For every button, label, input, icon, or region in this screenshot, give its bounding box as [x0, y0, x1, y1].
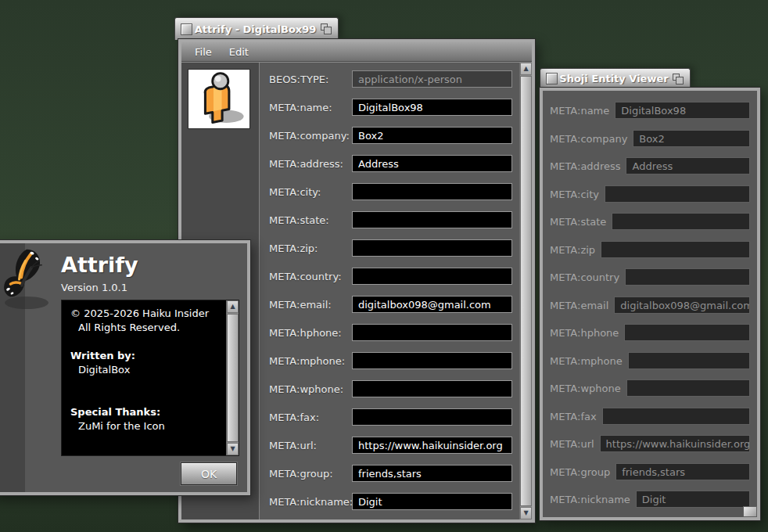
scrollbar-thumb[interactable] — [227, 314, 239, 442]
viewer-row-hphone: META:hphone — [550, 324, 750, 341]
viewer-group-field: friends,stars — [615, 463, 750, 480]
scroll-up-icon[interactable]: ▲ — [227, 300, 239, 313]
viewer-fax-field — [602, 408, 750, 425]
close-icon[interactable] — [181, 23, 192, 35]
viewer-row-nickname: META:nickname Digit — [550, 491, 750, 508]
menu-file[interactable]: File — [186, 45, 221, 59]
credit-line — [70, 391, 223, 405]
zoom-icon[interactable] — [320, 23, 332, 35]
meta-city-label: META:city: — [269, 186, 352, 198]
viewer-nickname-field: Digit — [636, 491, 750, 508]
credit-line: All Rights Reserved. — [70, 321, 223, 335]
meta-company-input[interactable] — [352, 127, 512, 144]
viewer-window-title-tab[interactable]: Shoji Entity Viewer — [540, 68, 691, 88]
viewer-company-label: META:company — [550, 133, 627, 145]
viewer-row-url: META:url https://www.haikuinsider.org — [550, 435, 750, 452]
close-icon[interactable] — [546, 73, 558, 84]
meta-group-input[interactable] — [352, 465, 512, 482]
meta-country-input[interactable] — [352, 268, 512, 285]
menu-bar: File Edit — [181, 42, 532, 62]
resize-handle[interactable] — [743, 506, 757, 517]
viewer-hphone-field — [624, 324, 750, 341]
credits-text: © 2025-2026 Haiku Insider All Rights Res… — [62, 300, 226, 455]
viewer-row-zip: META:zip — [550, 241, 750, 258]
meta-url-input[interactable] — [352, 437, 512, 454]
scroll-up-icon[interactable]: ▲ — [520, 63, 532, 75]
meta-mphone-label: META:mphone: — [269, 355, 352, 367]
viewer-mphone-field — [628, 352, 750, 369]
person-icon — [188, 70, 249, 128]
field-row-city: META:city: — [269, 183, 512, 200]
meta-email-input[interactable] — [352, 296, 512, 313]
meta-zip-label: META:zip: — [269, 243, 352, 254]
viewer-nickname-label: META:nickname — [550, 494, 630, 505]
field-row-beos-type: BEOS:TYPE: — [269, 70, 512, 88]
scroll-down-icon[interactable]: ▼ — [520, 507, 532, 519]
scroll-down-icon[interactable]: ▼ — [227, 443, 239, 455]
attribute-form: BEOS:TYPE: META:name: META:company: META… — [259, 63, 519, 519]
meta-hphone-label: META:hphone: — [269, 327, 352, 339]
viewer-country-field — [625, 268, 750, 286]
viewer-city-field — [605, 185, 750, 203]
meta-address-input[interactable] — [352, 155, 512, 172]
meta-name-input[interactable] — [352, 99, 512, 116]
meta-url-label: META:url: — [269, 440, 352, 451]
viewer-url-label: META:url — [550, 438, 594, 450]
credits-scrollbar[interactable]: ▲ ▼ — [226, 300, 239, 455]
meta-fax-input[interactable] — [352, 408, 512, 426]
field-row-group: META:group: — [269, 465, 512, 482]
beos-type-input — [352, 70, 512, 88]
viewer-zip-label: META:zip — [550, 244, 595, 256]
main-scrollbar[interactable]: ▲ ▼ — [519, 63, 532, 519]
meta-wphone-input[interactable] — [352, 380, 512, 397]
butterfly-icon — [0, 243, 59, 315]
credit-line: ZuMi for the Icon — [70, 419, 223, 433]
field-row-name: META:name: — [269, 99, 512, 116]
zoom-icon[interactable] — [672, 73, 684, 85]
viewer-row-state: META:state — [550, 213, 750, 230]
field-row-email: META:email: — [269, 296, 512, 313]
credit-line: Written by: — [70, 349, 223, 363]
meta-zip-input[interactable] — [352, 239, 512, 257]
field-row-hphone: META:hphone: — [269, 324, 512, 341]
field-row-state: META:state: — [269, 211, 512, 228]
field-row-company: META:company: — [269, 127, 512, 144]
viewer-name-label: META:name — [550, 105, 609, 117]
meta-hphone-input[interactable] — [352, 324, 512, 341]
viewer-hphone-label: META:hphone — [550, 327, 619, 339]
beos-type-label: BEOS:TYPE: — [269, 74, 352, 85]
viewer-row-wphone: META:wphone — [550, 379, 750, 397]
ok-button[interactable]: OK — [181, 462, 237, 485]
meta-city-input[interactable] — [352, 183, 512, 200]
about-app-name: Attrify — [61, 253, 138, 277]
meta-state-input[interactable] — [352, 211, 512, 228]
field-row-fax: META:fax: — [269, 408, 512, 426]
person-icon-box — [188, 69, 250, 129]
viewer-group-label: META:group — [550, 466, 610, 478]
viewer-state-label: META:state — [550, 216, 606, 228]
about-window: Attrify Version 1.0.1 © 2025-2026 Haiku … — [0, 240, 250, 495]
meta-state-label: META:state: — [269, 214, 352, 226]
scrollbar-thumb[interactable] — [520, 76, 532, 506]
about-version: Version 1.0.1 — [61, 282, 127, 293]
menu-edit[interactable]: Edit — [221, 45, 257, 59]
meta-mphone-input[interactable] — [352, 352, 512, 369]
viewer-fax-label: META:fax — [550, 411, 597, 422]
field-row-country: META:country: — [269, 268, 512, 285]
viewer-company-field: Box2 — [633, 130, 750, 147]
viewer-url-field: https://www.haikuinsider.org — [600, 435, 750, 452]
field-row-wphone: META:wphone: — [269, 380, 512, 397]
meta-address-label: META:address: — [269, 158, 352, 170]
main-window-title-tab[interactable]: Attrify - DigitalBox99 — [174, 17, 339, 40]
meta-nickname-label: META:nickname: — [269, 496, 352, 508]
meta-nickname-input[interactable] — [352, 493, 512, 510]
meta-email-label: META:email: — [269, 299, 352, 311]
meta-wphone-label: META:wphone: — [269, 383, 352, 395]
viewer-row-city: META:city — [550, 185, 750, 203]
credits-box: © 2025-2026 Haiku Insider All Rights Res… — [61, 300, 239, 456]
viewer-row-name: META:name DigitalBox98 — [550, 102, 750, 119]
viewer-name-field: DigitalBox98 — [615, 102, 750, 119]
meta-fax-label: META:fax: — [269, 412, 352, 423]
field-row-zip: META:zip: — [269, 239, 512, 257]
meta-name-label: META:name: — [269, 102, 352, 113]
